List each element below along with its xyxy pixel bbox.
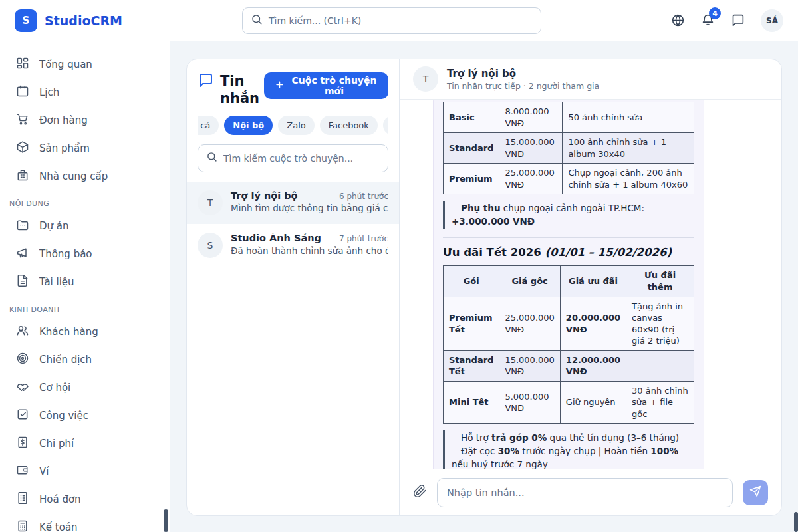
table-cell: 15.000.000 VNĐ: [499, 133, 563, 164]
table-header-cell: Gói: [444, 266, 499, 297]
sidebar-item-label: Chi phí: [39, 438, 74, 450]
target-icon: [16, 352, 29, 368]
surcharge-quote: Phụ thu chụp ngoại cảnh ngoài TP.HCM: +3…: [443, 201, 694, 229]
receipt-dollar-icon: [16, 436, 29, 452]
chip-tat-ca[interactable]: Tất cả: [198, 116, 219, 135]
table-cell: —: [626, 350, 694, 381]
sidebar-item-chi-phi[interactable]: Chi phí: [0, 430, 170, 458]
sidebar-item-label: Hoá đơn: [39, 493, 81, 505]
table-row: Premium Tết25.000.000 VNĐ20.000.000 VNĐT…: [444, 297, 694, 350]
sidebar-item-nha-cung-cap[interactable]: Nhà cung cấp: [0, 162, 170, 190]
quote-line: Đặt cọc 30% trước ngày chụp | Hoàn tiền …: [452, 445, 692, 469]
messages-title: Tin nhắn: [220, 72, 264, 108]
sidebar-item-tong-quan[interactable]: Tổng quan: [0, 51, 170, 78]
messages-panel: Tin nhắn Cuộc trò chuyện mới Tất cả Nội …: [187, 59, 400, 515]
messages-scroll-area[interactable]: Basic8.000.000 VNĐ50 ảnh chỉnh sửaStanda…: [400, 100, 781, 469]
app-logo: S StudioCRM: [15, 9, 122, 32]
search-icon: [206, 151, 217, 165]
globe-icon[interactable]: [671, 13, 685, 27]
sidebar-item-khach-hang[interactable]: Khách hàng: [0, 318, 170, 346]
sidebar-item-hoa-don[interactable]: Hoá đơn: [0, 485, 170, 513]
sidebar: Tổng quan Lịch Đơn hàng Sản phẩm Nhà cun…: [0, 41, 170, 532]
sidebar-item-label: Cơ hội: [39, 382, 70, 394]
avatar: T: [413, 66, 438, 92]
bell-icon[interactable]: 4: [701, 13, 715, 27]
table-cell: 12.000.000 VNĐ: [560, 350, 626, 381]
sidebar-scrollbar[interactable]: [164, 509, 168, 532]
sidebar-item-don-hang[interactable]: Đơn hàng: [0, 106, 170, 134]
file-text-icon: [16, 274, 29, 290]
sidebar-item-label: Khách hàng: [39, 326, 98, 338]
sidebar-item-label: Nhà cung cấp: [39, 170, 108, 182]
sidebar-item-label: Thông báo: [39, 248, 92, 260]
calculator-icon: [16, 519, 29, 532]
sidebar-item-cong-viec[interactable]: Công việc: [0, 402, 170, 430]
table-cell: 25.000.000 VNĐ: [499, 297, 560, 350]
global-search-input[interactable]: Tìm kiếm... (Ctrl+K): [242, 7, 541, 34]
table-cell: Giữ nguyên: [560, 381, 626, 424]
dashboard-icon: [16, 57, 29, 72]
avatar: S: [198, 233, 223, 258]
building-icon: [16, 168, 29, 184]
tet-promo-heading: Ưu đãi Tết 2026 (01/01 – 15/02/2026): [443, 246, 694, 259]
chat-header: T Trợ lý nội bộ Tin nhắn trực tiếp · 2 n…: [400, 59, 781, 100]
avatar: T: [198, 190, 223, 215]
chip-telegram[interactable]: Telegram: [383, 116, 388, 135]
sidebar-item-label: Tổng quan: [39, 59, 92, 70]
calendar-icon: [16, 84, 29, 100]
conversation-time: 7 phút trước: [339, 234, 388, 243]
conversation-item-tro-ly-noi-bo[interactable]: T Trợ lý nội bộ 6 phút trước Mình tìm đư…: [187, 182, 399, 224]
table-header-cell: Giá ưu đãi: [560, 266, 626, 297]
paperclip-icon[interactable]: [413, 484, 427, 501]
sidebar-item-ke-toan[interactable]: Kế toán: [0, 513, 170, 532]
sidebar-item-label: Kế toán: [39, 521, 78, 532]
chip-noi-bo[interactable]: Nội bộ: [224, 116, 273, 135]
divider: [443, 237, 694, 238]
conversation-search-placeholder: Tìm kiếm cuộc trò chuyện...: [223, 153, 353, 164]
messages-icon: [198, 72, 213, 91]
conversation-time: 6 phút trước: [339, 192, 388, 201]
message-input[interactable]: [437, 478, 733, 507]
sidebar-item-vi[interactable]: Ví: [0, 458, 170, 485]
sidebar-item-du-an[interactable]: Dự án: [0, 212, 170, 240]
page-scrollbar[interactable]: [794, 512, 798, 532]
table-cell: Mini Tết: [444, 381, 499, 424]
table-cell: 30 ảnh chỉnh sửa + file gốc: [626, 381, 694, 424]
table-cell: Premium: [444, 164, 499, 194]
new-chat-button[interactable]: Cuộc trò chuyện mới: [264, 72, 388, 99]
sidebar-item-thong-bao[interactable]: Thông báo: [0, 240, 170, 268]
sidebar-section-kinh-doanh: KINH DOANH: [0, 296, 170, 318]
message-bubble: Basic8.000.000 VNĐ50 ảnh chỉnh sửaStanda…: [433, 100, 704, 469]
table-row: Standard Tết15.000.000 VNĐ12.000.000 VNĐ…: [444, 350, 694, 381]
sidebar-item-co-hoi[interactable]: Cơ hội: [0, 374, 170, 402]
sidebar-item-chien-dich[interactable]: Chiến dịch: [0, 346, 170, 374]
table-row: Premium25.000.000 VNĐChụp ngoại cảnh, 20…: [444, 164, 694, 194]
notification-badge: 4: [709, 7, 721, 19]
sidebar-item-lich[interactable]: Lịch: [0, 78, 170, 106]
table-cell: Chụp ngoại cảnh, 200 ảnh chỉnh sửa + 1 a…: [563, 164, 694, 194]
new-chat-label: Cuộc trò chuyện mới: [291, 75, 378, 96]
chat-panel: T Trợ lý nội bộ Tin nhắn trực tiếp · 2 n…: [400, 59, 781, 515]
user-avatar[interactable]: SÁ: [761, 9, 783, 32]
table-cell: Tặng ảnh in canvas 60x90 (trị giá 2 triệ…: [626, 297, 694, 350]
conversation-preview: Mình tìm được thông tin bảng giá cho ...: [231, 203, 388, 213]
table-cell: 25.000.000 VNĐ: [499, 164, 563, 194]
sidebar-item-label: Công việc: [39, 410, 88, 422]
conversation-item-studio-anh-sang[interactable]: S Studio Ánh Sáng 7 phút trước Đã hoàn t…: [187, 224, 399, 267]
plus-icon: [275, 80, 285, 92]
chip-zalo[interactable]: Zalo: [278, 116, 314, 135]
handshake-icon: [16, 380, 29, 396]
package-icon: [16, 140, 29, 156]
sidebar-item-san-pham[interactable]: Sản phẩm: [0, 134, 170, 162]
table-cell: 20.000.000 VNĐ: [560, 297, 626, 350]
sidebar-item-label: Sản phẩm: [39, 142, 90, 154]
sidebar-item-tai-lieu[interactable]: Tài liệu: [0, 268, 170, 296]
cart-icon: [16, 112, 29, 128]
send-button[interactable]: [743, 480, 768, 505]
conversation-name: Studio Ánh Sáng: [231, 233, 321, 243]
chat-bubble-icon[interactable]: [731, 13, 745, 27]
conversation-list: T Trợ lý nội bộ 6 phút trước Mình tìm đư…: [187, 182, 399, 267]
chip-facebook[interactable]: Facebook: [320, 116, 378, 135]
table-header-cell: Giá gốc: [499, 266, 560, 297]
conversation-search-input[interactable]: Tìm kiếm cuộc trò chuyện...: [198, 144, 388, 172]
